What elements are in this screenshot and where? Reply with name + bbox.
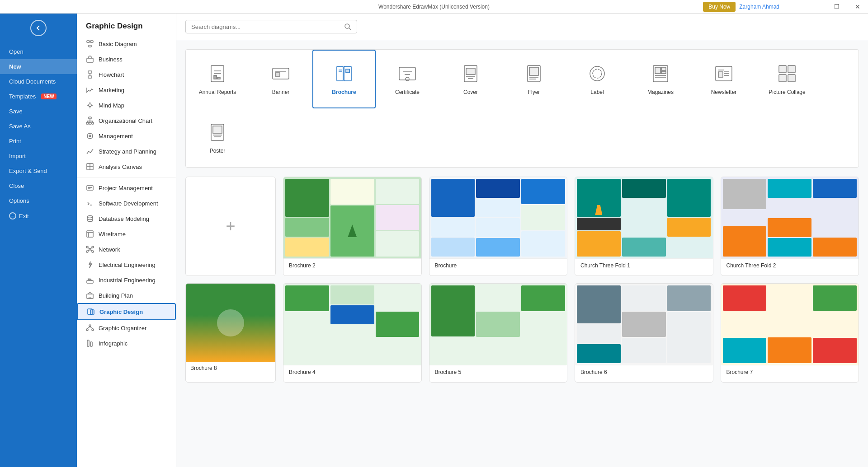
template-brochure[interactable]: Brochure: [429, 177, 568, 276]
template-brochure-2[interactable]: Brochure 2: [283, 177, 422, 276]
corporate-preview: [283, 284, 421, 365]
mindmap-icon: [86, 101, 94, 109]
category-icon-newsletter[interactable]: Newsletter: [692, 50, 755, 108]
graphic-design-icon: [87, 308, 95, 316]
category-organizer[interactable]: Graphic Organizer: [77, 320, 176, 336]
svg-line-54: [90, 327, 93, 329]
poster-label: Poster: [210, 148, 226, 154]
category-database[interactable]: Database Modeling: [77, 211, 176, 226]
titlebar-controls: Buy Now Zargham Ahmad – ❐ ✕: [703, 0, 868, 13]
svg-rect-103: [213, 126, 222, 133]
template-brochure-furniture[interactable]: Brochure 5: [429, 283, 568, 383]
flyer-icon: [523, 63, 545, 84]
svg-point-51: [86, 329, 88, 331]
category-analysis[interactable]: Analysis Canvas: [77, 159, 176, 174]
sidebar-item-save[interactable]: Save: [0, 104, 77, 119]
close-window-button[interactable]: ✕: [847, 0, 868, 13]
sidebar-item-export[interactable]: Export & Send: [0, 163, 77, 178]
category-icon-banner[interactable]: Banner: [249, 50, 312, 108]
category-basic-diagram[interactable]: Basic Diagram: [77, 36, 176, 51]
print-label: Print: [9, 138, 21, 145]
category-icon-brochure[interactable]: Brochure: [312, 50, 376, 108]
category-network[interactable]: Network: [77, 242, 176, 257]
project-icon: [86, 184, 94, 192]
category-infographic[interactable]: Infographic: [77, 336, 176, 351]
sidebar-item-print[interactable]: Print: [0, 134, 77, 149]
category-project[interactable]: Project Management: [77, 180, 176, 196]
brochure-icon: [333, 63, 355, 84]
sidebar-item-templates[interactable]: Templates NEW: [0, 89, 77, 104]
search-input-wrap[interactable]: [185, 20, 357, 33]
category-graphic-design[interactable]: Graphic Design: [77, 303, 176, 320]
magazines-label: Magazines: [647, 89, 674, 95]
category-electrical[interactable]: Electrical Engineering: [77, 257, 176, 272]
search-input[interactable]: [191, 23, 344, 30]
category-icon-annual-reports[interactable]: Annual Reports: [186, 50, 249, 108]
category-icon-collage[interactable]: Picture Collage: [755, 50, 819, 108]
close-label: Close: [9, 182, 24, 189]
category-icon-poster[interactable]: Poster: [186, 108, 249, 167]
sidebar-item-open[interactable]: Open: [0, 44, 77, 59]
sidebar: Open New Cloud Documents Templates NEW S…: [0, 14, 77, 467]
category-mindmap[interactable]: Mind Map: [77, 98, 176, 113]
sidebar-item-saveas[interactable]: Save As: [0, 119, 77, 134]
infographic-icon: [86, 339, 94, 347]
category-software[interactable]: Software Development: [77, 196, 176, 211]
maximize-button[interactable]: ❐: [826, 0, 847, 13]
category-strategy[interactable]: Strategy and Planning: [77, 144, 176, 159]
newsletter-label: Newsletter: [711, 89, 737, 95]
template-brochure-corporate[interactable]: Brochure 4: [283, 283, 422, 383]
svg-rect-16: [92, 122, 94, 124]
main-content: Annual Reports Banner: [176, 14, 868, 467]
cover-icon: [460, 63, 481, 84]
sidebar-item-import[interactable]: Import: [0, 149, 77, 163]
template-church-2[interactable]: Church Three Fold 2: [721, 177, 859, 276]
category-icon-magazines[interactable]: Magazines: [629, 50, 692, 108]
template-brochure-food[interactable]: Brochure 7: [721, 283, 859, 383]
sidebar-item-options[interactable]: Options: [0, 193, 77, 208]
add-new-button[interactable]: +: [185, 177, 276, 276]
furniture-preview: [429, 284, 567, 365]
category-org-chart[interactable]: Organizational Chart: [77, 113, 176, 128]
template-brochure-food-left[interactable]: Brochure 8: [185, 283, 276, 383]
sidebar-item-cloud[interactable]: Cloud Documents: [0, 74, 77, 89]
user-name[interactable]: Zargham Ahmad: [739, 4, 779, 10]
svg-rect-98: [779, 65, 786, 73]
category-business[interactable]: Business: [77, 51, 176, 67]
category-marketing[interactable]: Marketing: [77, 82, 176, 98]
category-icon-label[interactable]: Label: [566, 50, 629, 108]
template-brochure-modern[interactable]: Brochure 6: [575, 283, 713, 383]
svg-point-85: [593, 69, 602, 78]
options-label: Options: [9, 197, 29, 204]
category-icon-flyer[interactable]: Flyer: [502, 50, 566, 108]
flowchart-icon: [86, 70, 94, 79]
category-management[interactable]: Management: [77, 128, 176, 144]
poster-icon: [207, 121, 228, 143]
cloud-label: Cloud Documents: [9, 78, 56, 85]
svg-rect-55: [87, 340, 89, 346]
template-church-1[interactable]: Church Three Fold 1: [575, 177, 713, 276]
svg-rect-72: [399, 67, 415, 80]
category-wireframe[interactable]: Wireframe: [77, 226, 176, 242]
category-industrial[interactable]: Industrial Engineering: [77, 272, 176, 288]
sidebar-nav: Open New Cloud Documents Templates NEW S…: [0, 44, 77, 228]
sidebar-item-exit[interactable]: – Exit: [0, 208, 77, 224]
category-building[interactable]: Building Plan: [77, 288, 176, 303]
svg-line-58: [349, 28, 351, 30]
svg-point-8: [89, 104, 91, 107]
sidebar-item-close[interactable]: Close: [0, 178, 77, 193]
buy-now-button[interactable]: Buy Now: [703, 2, 736, 12]
annual-reports-icon: [207, 63, 228, 84]
svg-rect-68: [344, 66, 351, 81]
svg-rect-88: [661, 67, 666, 70]
svg-line-43: [90, 250, 92, 251]
category-icon-certificate[interactable]: Certificate: [376, 50, 439, 108]
sidebar-top: [0, 14, 77, 44]
category-flowchart[interactable]: Flowchart: [77, 67, 176, 82]
titlebar: Wondershare EdrawMax (Unlicensed Version…: [0, 0, 868, 14]
add-icon: +: [226, 217, 235, 236]
minimize-button[interactable]: –: [806, 0, 826, 13]
category-icon-cover[interactable]: Cover: [439, 50, 502, 108]
sidebar-item-new[interactable]: New: [0, 59, 77, 74]
back-button[interactable]: [30, 20, 47, 36]
